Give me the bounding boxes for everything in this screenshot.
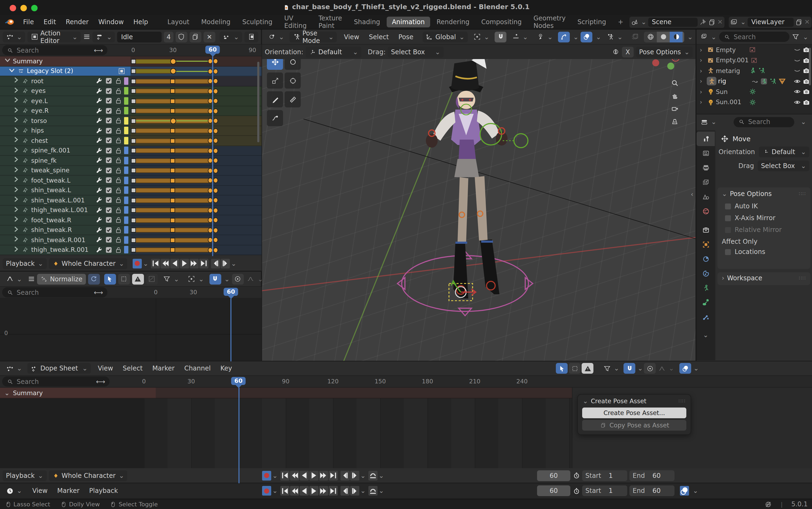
keyframe[interactable] — [170, 228, 175, 233]
menu-icon[interactable] — [27, 275, 35, 283]
properties-tab-collection[interactable] — [697, 223, 715, 237]
modifier-wrench-icon[interactable] — [95, 157, 103, 164]
topbar-menu-edit[interactable]: Edit — [39, 17, 61, 27]
chevron-down-icon[interactable]: ⌄ — [741, 18, 746, 26]
chevron-right-icon[interactable]: › — [700, 46, 705, 54]
snap-settings-dropdown[interactable]: ⌄ — [509, 31, 531, 42]
camera-render-icon[interactable] — [802, 88, 810, 96]
show-overlays-toggle[interactable] — [581, 31, 593, 42]
keyframe[interactable] — [131, 118, 136, 123]
ds-filter-dropdown[interactable]: Whole Character⌄ — [48, 470, 127, 481]
pin-icon[interactable] — [22, 167, 29, 174]
channel-row-torso[interactable]: torso — [0, 116, 262, 126]
channel-enable-checkbox[interactable] — [105, 107, 112, 115]
empty-image-icon[interactable] — [707, 46, 714, 54]
image-data-icon[interactable] — [749, 46, 756, 54]
workspace-tab-texture-paint[interactable]: Texture Paint — [313, 13, 347, 31]
ds-cursor-toggle[interactable] — [556, 363, 568, 374]
bulb-icon[interactable] — [707, 88, 714, 96]
frame-step-forward-button[interactable] — [221, 259, 230, 268]
modifier-wrench-icon[interactable] — [95, 127, 103, 135]
only-show-errors-toggle[interactable] — [132, 274, 144, 284]
eye-closed-icon[interactable] — [793, 67, 801, 75]
lock-open-icon[interactable] — [114, 186, 122, 194]
dope-sheet-menu-key[interactable]: Key — [215, 364, 237, 373]
modifier-wrench-icon[interactable] — [95, 186, 103, 194]
channel-keyframes[interactable] — [131, 205, 262, 215]
pose-figure-boxed-icon[interactable] — [760, 77, 768, 85]
timeline-overlays-toggle[interactable] — [680, 486, 689, 496]
eye-closed-icon[interactable] — [793, 46, 801, 54]
show-gizmo-toggle[interactable] — [558, 31, 570, 42]
ds-proportional-toggle[interactable] — [644, 363, 656, 374]
dope-sheet-menu-marker[interactable]: Marker — [147, 364, 179, 373]
keyframe[interactable] — [131, 247, 136, 252]
outliner-item-sun-001[interactable]: ›Sun.001 — [697, 97, 812, 107]
lock-open-icon[interactable] — [114, 167, 122, 174]
properties-tab-object[interactable] — [697, 237, 715, 252]
tool-orientation-dropdown[interactable]: Default⌄ — [759, 146, 810, 157]
channel-enable-checkbox[interactable] — [105, 127, 112, 135]
properties-tab-viewlayer[interactable] — [697, 175, 715, 190]
properties-tab-bone[interactable] — [697, 295, 715, 310]
channel-keyframes[interactable] — [131, 235, 262, 245]
ds-filter-button[interactable]: ⌄ — [600, 363, 622, 374]
channel-enable-checkbox[interactable] — [105, 97, 112, 105]
lock-open-icon[interactable] — [114, 127, 122, 135]
channel-row-root[interactable]: root — [0, 76, 262, 86]
playback-popover-button[interactable]: Playback⌄ — [3, 258, 46, 269]
channel-enable-checkbox[interactable] — [105, 77, 112, 85]
keyframe[interactable] — [170, 238, 175, 242]
play-reverse-button[interactable] — [170, 259, 180, 268]
pin-icon[interactable] — [22, 206, 29, 214]
ds-falloff-button[interactable]: ⌄ — [657, 363, 675, 374]
play-button[interactable] — [309, 471, 318, 480]
transform-orientation-dropdown[interactable]: Global⌄ — [422, 31, 468, 42]
keyframe[interactable] — [170, 58, 176, 64]
keyframe[interactable] — [131, 178, 136, 183]
chevron-down-icon[interactable]: ⌄ — [231, 260, 236, 267]
falloff-curve-button[interactable]: ⌄ — [246, 274, 264, 284]
pin-icon[interactable] — [22, 127, 29, 135]
ds-playback-popover[interactable]: Playback⌄ — [3, 470, 46, 481]
channel-enable-checkbox[interactable] — [105, 177, 112, 184]
ds-summary-channel[interactable]: ⌄Summary — [0, 388, 156, 398]
channel-keyframes[interactable] — [131, 185, 262, 196]
chevron-down-icon[interactable]: ⌄ — [379, 487, 384, 495]
channel-enable-checkbox[interactable] — [105, 137, 112, 144]
pin-icon[interactable] — [22, 246, 29, 254]
workspace-tab-uv-editing[interactable]: UV Editing — [279, 13, 312, 31]
lock-open-icon[interactable] — [114, 226, 122, 234]
drag-dropdown[interactable]: Select Box⌄ — [388, 46, 444, 57]
channel-keyframes[interactable] — [131, 66, 262, 76]
outliner-item-empty-001[interactable]: ›Empty.001 — [697, 55, 812, 66]
mode-dropdown[interactable]: Pose Mode⌄ — [290, 31, 337, 42]
pin-icon[interactable] — [22, 77, 29, 85]
keyframe[interactable] — [170, 208, 175, 213]
xray-toggle[interactable]: ⌄ — [603, 31, 626, 42]
channel-enable-checkbox[interactable] — [105, 186, 112, 194]
channel-enable-checkbox[interactable] — [105, 197, 112, 204]
dopesheet-mode-dropdown[interactable]: Dope Sheet⌄ — [27, 363, 91, 374]
frame-step-forward-button[interactable] — [350, 486, 359, 496]
keyframe[interactable] — [131, 108, 136, 113]
viewport-3d[interactable]: User Perspective (60) rig | rig.001 : fo… — [262, 30, 696, 361]
keyframe[interactable] — [131, 198, 136, 203]
dope-sheet-ruler[interactable]: Search⟷ 0306090120150180210240 — [0, 376, 812, 388]
bulb-icon[interactable] — [707, 99, 714, 106]
lock-open-icon[interactable] — [114, 87, 122, 95]
lock-open-icon[interactable] — [114, 147, 122, 155]
graph-filter-button[interactable]: ⌄ — [160, 274, 182, 284]
action-search-input[interactable]: Search⟷ — [2, 45, 107, 55]
ds-snap-toggle[interactable] — [623, 363, 635, 374]
loop-playback-button[interactable] — [368, 486, 377, 496]
keyframe[interactable] — [170, 68, 176, 74]
loop-playback-button[interactable] — [368, 471, 377, 480]
graph-editor-type-button[interactable]: ⌄ — [3, 274, 25, 284]
channel-row-eye-l[interactable]: eye.L — [0, 96, 262, 106]
chevron-down-icon[interactable]: ⌄ — [143, 260, 148, 267]
channel-row-foot-tweak-l[interactable]: foot_tweak.L — [0, 176, 262, 185]
shading-rendered-button[interactable] — [683, 31, 684, 42]
channel-keyframes[interactable] — [131, 126, 262, 136]
pin-icon[interactable] — [22, 216, 29, 224]
